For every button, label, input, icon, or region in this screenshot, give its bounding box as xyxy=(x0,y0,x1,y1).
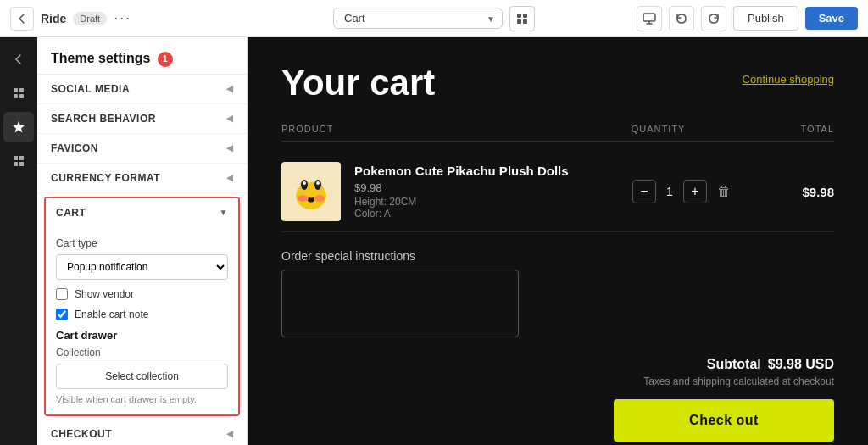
draft-badge: Draft xyxy=(73,12,107,25)
cart-section-header[interactable]: CART ▼ xyxy=(46,198,238,227)
topbar-center: Cart xyxy=(333,6,535,31)
svg-rect-7 xyxy=(14,94,18,98)
preview-area: Your cart Continue shopping PRODUCT QUAN… xyxy=(248,37,868,445)
enable-cart-note-checkbox[interactable] xyxy=(56,309,68,320)
svg-point-18 xyxy=(303,181,306,185)
chevron-icon: ◀ xyxy=(226,114,234,123)
chevron-icon: ◀ xyxy=(226,84,234,93)
enable-cart-note-row: Enable cart note xyxy=(56,309,228,320)
save-button[interactable]: Save xyxy=(805,7,858,30)
site-name: Ride xyxy=(41,12,66,25)
topbar-right: Publish Save xyxy=(542,6,858,31)
cart-type-select[interactable]: Popup notification Page Drawer xyxy=(56,254,228,280)
svg-point-16 xyxy=(298,195,308,202)
subtotal-value: $9.98 USD xyxy=(768,357,834,372)
show-vendor-checkbox[interactable] xyxy=(56,288,68,300)
chevron-icon: ◀ xyxy=(226,143,234,153)
topbar-left: Ride Draft ··· xyxy=(10,7,326,31)
preview-content: Your cart Continue shopping PRODUCT QUAN… xyxy=(248,37,868,445)
increase-qty-button[interactable]: + xyxy=(683,180,707,203)
svg-rect-8 xyxy=(19,94,24,98)
checkout-button[interactable]: Check out xyxy=(614,399,834,442)
sidebar-icons xyxy=(0,37,37,445)
svg-rect-0 xyxy=(517,14,521,18)
chevron-icon: ◀ xyxy=(226,173,234,182)
checkout-section[interactable]: CHECKOUT ◀ xyxy=(37,420,247,445)
social-media-section[interactable]: SOCIAL MEDIA ◀ xyxy=(37,75,247,104)
search-behavior-section[interactable]: SEARCH BEHAVIOR ◀ xyxy=(37,104,247,134)
cart-chevron-icon: ▼ xyxy=(220,208,228,217)
cart-section-body: Cart type Popup notification Page Drawer… xyxy=(46,227,238,414)
cart-item: Pokemon Cute Pikachu Plush Dolls $9.98 H… xyxy=(281,152,834,232)
more-button[interactable]: ··· xyxy=(114,9,131,27)
decrease-qty-button[interactable]: − xyxy=(632,180,656,203)
svg-rect-2 xyxy=(517,19,521,24)
svg-rect-6 xyxy=(19,88,24,92)
cart-header: Your cart Continue shopping xyxy=(281,63,834,103)
instructions-label: Order special instructions xyxy=(281,249,834,263)
topbar: Ride Draft ··· Cart Publish Save xyxy=(0,0,868,37)
svg-point-19 xyxy=(316,181,320,185)
desktop-view-button[interactable] xyxy=(637,6,662,31)
cart-title: Your cart xyxy=(281,63,435,103)
subtotal-label: Subtotal xyxy=(707,357,761,372)
svg-rect-4 xyxy=(643,14,655,21)
item-price: $9.98 xyxy=(354,181,616,194)
page-select[interactable]: Cart xyxy=(333,8,503,29)
page-select-wrap: Cart xyxy=(333,8,503,29)
favicon-section[interactable]: FAVICON ◀ xyxy=(37,134,247,164)
qty-value: 1 xyxy=(661,185,678,198)
nav-theme-icon[interactable] xyxy=(3,112,34,142)
svg-rect-1 xyxy=(523,14,527,18)
settings-title: Theme settings 1 xyxy=(37,37,247,75)
cart-drawer-title: Cart drawer xyxy=(56,329,228,342)
order-instructions-section: Order special instructions xyxy=(281,249,834,340)
nav-back-icon[interactable] xyxy=(3,44,34,75)
svg-rect-3 xyxy=(523,19,527,24)
main-layout: Theme settings 1 SOCIAL MEDIA ◀ SEARCH B… xyxy=(0,37,868,445)
show-vendor-row: Show vendor xyxy=(56,288,228,300)
settings-panel: Theme settings 1 SOCIAL MEDIA ◀ SEARCH B… xyxy=(37,37,248,445)
collection-label: Collection xyxy=(56,347,228,359)
instructions-textarea[interactable] xyxy=(281,270,519,337)
item-image xyxy=(281,162,341,221)
product-col-header: PRODUCT xyxy=(281,124,583,134)
quantity-col-header: QUANTITY xyxy=(583,124,734,134)
item-name: Pokemon Cute Pikachu Plush Dolls xyxy=(354,164,616,178)
svg-rect-5 xyxy=(14,88,18,92)
item-quantity: − 1 + 🗑 xyxy=(616,180,747,203)
delete-item-button[interactable]: 🗑 xyxy=(717,184,731,199)
select-collection-button[interactable]: Select collection xyxy=(56,364,228,389)
publish-button[interactable]: Publish xyxy=(733,6,798,31)
svg-point-17 xyxy=(314,195,325,202)
cart-type-label: Cart type xyxy=(56,237,228,249)
currency-format-section[interactable]: CURRENCY FORMAT ◀ xyxy=(37,164,247,193)
cart-section: CART ▼ Cart type Popup notification Page… xyxy=(44,197,240,416)
chevron-icon: ◀ xyxy=(226,429,234,438)
item-info: Pokemon Cute Pikachu Plush Dolls $9.98 H… xyxy=(354,164,616,220)
cart-table-header: PRODUCT QUANTITY TOTAL xyxy=(281,124,834,142)
continue-shopping-link[interactable]: Continue shopping xyxy=(743,73,834,86)
view-toggle-button[interactable] xyxy=(509,6,535,31)
nav-grid-icon[interactable] xyxy=(3,146,34,176)
cart-summary: Subtotal $9.98 USD Taxes and shipping ca… xyxy=(614,357,834,442)
item-color: Color: A xyxy=(354,208,616,220)
show-vendor-label[interactable]: Show vendor xyxy=(75,288,134,300)
tax-note: Taxes and shipping calculated at checkou… xyxy=(614,375,834,387)
back-button[interactable] xyxy=(10,7,34,31)
subtotal-row: Subtotal $9.98 USD xyxy=(614,357,834,372)
total-col-header: TOTAL xyxy=(733,124,834,134)
nav-layers-icon[interactable] xyxy=(3,78,34,108)
redo-button[interactable] xyxy=(701,6,726,31)
badge-1: 1 xyxy=(158,52,173,67)
item-total: $9.98 xyxy=(747,185,834,199)
undo-button[interactable] xyxy=(669,6,694,31)
item-height: Height: 20CM xyxy=(354,196,616,208)
visible-hint: Visible when cart drawer is empty. xyxy=(56,394,228,404)
enable-cart-note-label[interactable]: Enable cart note xyxy=(75,309,148,320)
